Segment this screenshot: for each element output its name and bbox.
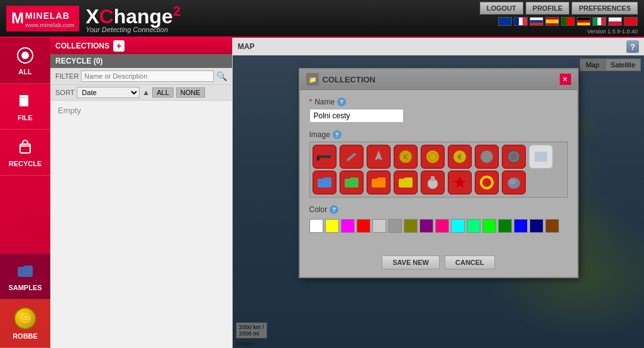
flag-de[interactable]	[577, 17, 591, 26]
image-euro[interactable]: €	[448, 145, 472, 169]
svg-point-27	[509, 179, 516, 184]
sidebar-item-samples[interactable]: SAMPLES	[0, 254, 50, 300]
svg-point-25	[481, 177, 492, 188]
sidebar-samples-label: SAMPLES	[8, 284, 42, 291]
color-swatch-9[interactable]	[451, 219, 465, 233]
svg-marker-24	[453, 176, 466, 188]
image-folder-yellow[interactable]	[394, 171, 418, 194]
svg-text:€: €	[458, 154, 462, 160]
image-ring[interactable]	[475, 171, 499, 194]
color-swatch-3[interactable]	[357, 219, 370, 233]
name-help-icon[interactable]: ?	[337, 98, 346, 106]
minelab-logo: M MINELAB www.minelab.com	[6, 6, 79, 31]
collections-list: Empty	[50, 101, 232, 348]
sort-none-button[interactable]: NONE	[176, 87, 205, 98]
color-swatch-10[interactable]	[467, 219, 480, 233]
name-label: * Name ?	[309, 98, 568, 106]
color-swatch-14[interactable]	[530, 219, 543, 233]
logout-button[interactable]: LOGOUT	[480, 2, 523, 14]
help-button[interactable]: ?	[626, 40, 639, 53]
svg-marker-11	[375, 150, 382, 160]
color-swatch-6[interactable]	[404, 219, 418, 233]
modal-close-button[interactable]: ×	[560, 74, 571, 85]
color-swatch-15[interactable]	[545, 219, 559, 233]
color-help-icon[interactable]: ?	[330, 205, 338, 214]
collection-modal: 📁 COLLECTION × * Name ?	[299, 68, 579, 278]
brand-url: www.minelab.com	[25, 22, 74, 28]
flag-uk[interactable]	[498, 17, 512, 26]
image-rock[interactable]	[502, 171, 526, 194]
svg-rect-8	[327, 153, 331, 155]
language-flags	[498, 17, 638, 26]
image-star[interactable]	[448, 171, 472, 194]
color-swatch-7[interactable]	[419, 219, 433, 233]
search-icon[interactable]: 🔍	[216, 71, 227, 81]
color-swatch-8[interactable]	[435, 219, 449, 233]
map-area: MAP ? Map Satellite 2000 km / 2000 mi Go…	[233, 38, 644, 348]
flag-pl[interactable]	[608, 17, 622, 26]
flag-es[interactable]	[545, 17, 559, 26]
sidebar-item-all[interactable]: ALL	[0, 38, 50, 84]
modal-icon: 📁	[306, 73, 319, 86]
collections-title: COLLECTIONS	[55, 42, 109, 50]
color-swatch-11[interactable]	[482, 219, 496, 233]
image-rifle[interactable]	[313, 145, 336, 169]
color-swatch-0[interactable]	[309, 219, 323, 233]
modal-overlay: 📁 COLLECTION × * Name ?	[233, 55, 644, 348]
preferences-button[interactable]: PREFERENCES	[572, 2, 638, 14]
color-swatch-4[interactable]	[372, 219, 386, 233]
sidebar-item-recycle[interactable]: RECYCLE	[0, 130, 50, 176]
profile-button[interactable]: PROFILE	[526, 2, 570, 14]
save-new-button[interactable]: SAVE NEW	[382, 255, 440, 269]
sort-select[interactable]: Date Name Size	[77, 87, 140, 98]
image-folder-blue[interactable]	[313, 171, 336, 194]
image-form-row: Image ?	[309, 130, 568, 198]
flag-ru[interactable]	[530, 17, 543, 26]
cancel-button[interactable]: CANCEL	[445, 255, 495, 269]
color-swatch-13[interactable]	[514, 219, 528, 233]
sidebar-item-robbe[interactable]: 🪙 ROBBE	[0, 300, 50, 348]
svg-text:K: K	[403, 154, 408, 160]
sidebar: ALL FILE RECYCLE SAMPLES 🪙 ROBBE	[0, 38, 50, 348]
name-input[interactable]	[309, 109, 404, 123]
folder-icon	[15, 261, 35, 281]
color-swatch-2[interactable]	[341, 219, 355, 233]
file-icon	[15, 91, 35, 111]
flag-fr[interactable]	[514, 17, 528, 26]
sort-arrow-up[interactable]: ▲	[142, 88, 150, 97]
empty-label: Empty	[55, 103, 84, 118]
sidebar-item-file[interactable]: FILE	[0, 84, 50, 130]
modal-body: * Name ? Image ?	[300, 90, 577, 250]
color-swatch-12[interactable]	[498, 219, 512, 233]
modal-title: 📁 COLLECTION	[306, 73, 376, 86]
recycle-header: RECYCLE (0)	[50, 54, 232, 68]
image-folder-orange[interactable]	[367, 171, 391, 194]
color-swatch-1[interactable]	[325, 219, 339, 233]
image-medal[interactable]	[421, 171, 445, 194]
sidebar-all-label: ALL	[18, 68, 31, 76]
modal-title-bar: 📁 COLLECTION ×	[300, 69, 577, 90]
image-help-icon[interactable]: ?	[333, 130, 341, 139]
image-blade[interactable]	[340, 145, 364, 169]
flag-tr[interactable]	[624, 17, 638, 26]
image-coin4[interactable]	[502, 145, 526, 169]
flag-pt[interactable]	[561, 17, 575, 26]
image-coin2[interactable]	[421, 145, 445, 169]
color-swatch-5[interactable]	[388, 219, 402, 233]
sidebar-recycle-label: RECYCLE	[9, 160, 42, 167]
image-arrowhead[interactable]	[367, 145, 391, 169]
image-scroll[interactable]	[529, 145, 553, 169]
filter-input[interactable]	[81, 70, 214, 82]
flag-it[interactable]	[592, 17, 606, 26]
image-label: Image ?	[309, 130, 568, 139]
collections-header: COLLECTIONS +	[50, 38, 232, 54]
app-title: XChange2	[86, 3, 180, 28]
map-content[interactable]: Map Satellite 2000 km / 2000 mi Google 📁…	[233, 55, 644, 348]
sort-all-button[interactable]: ALL	[152, 87, 174, 98]
required-mark: *	[309, 98, 313, 106]
image-coin3[interactable]	[475, 145, 499, 169]
image-folder-green[interactable]	[340, 171, 364, 194]
add-collection-button[interactable]: +	[113, 40, 125, 52]
sidebar-file-label: FILE	[18, 114, 33, 121]
image-coin1[interactable]: K	[394, 145, 418, 169]
